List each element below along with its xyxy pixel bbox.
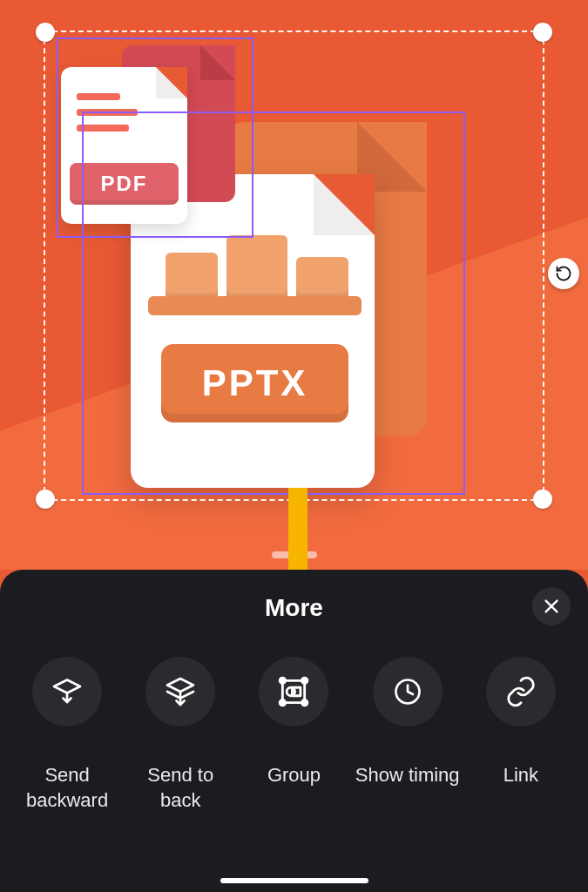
send-backward-icon (51, 676, 83, 707)
svg-marker-2 (54, 680, 80, 693)
svg-point-6 (302, 678, 308, 683)
selection-handle-bl[interactable] (36, 490, 55, 509)
svg-rect-10 (293, 687, 301, 696)
action-send-backward[interactable]: Send backward (15, 657, 119, 813)
selection-handle-tl[interactable] (36, 23, 55, 42)
action-label: Show timing (355, 763, 460, 788)
action-label: Link (504, 763, 538, 788)
more-actions-sheet: More Send backward (0, 570, 588, 892)
svg-point-5 (280, 678, 286, 683)
clock-icon (392, 676, 423, 707)
element-outline-pptx[interactable] (82, 112, 465, 495)
home-indicator[interactable] (220, 878, 368, 883)
link-icon (504, 675, 537, 708)
close-icon (542, 597, 561, 616)
selection-handle-br[interactable] (533, 490, 552, 509)
action-label: Send to back (147, 763, 213, 813)
action-label: Send backward (26, 763, 108, 813)
actions-row: Send backward Send to back (0, 657, 588, 813)
send-to-back-icon (165, 676, 196, 707)
group-icon (277, 675, 310, 708)
rotate-icon (555, 265, 572, 282)
svg-point-7 (280, 700, 286, 706)
sheet-title: More (0, 594, 588, 622)
action-show-timing[interactable]: Show timing (355, 657, 460, 813)
selection-handle-tr[interactable] (533, 23, 552, 42)
close-sheet-button[interactable] (532, 587, 571, 625)
svg-marker-3 (167, 679, 193, 692)
app-root: PPTX PDF (0, 0, 588, 892)
design-canvas[interactable]: PPTX PDF (0, 0, 588, 570)
action-label: Group (267, 763, 321, 788)
action-link[interactable]: Link (469, 657, 573, 813)
rotate-button[interactable] (548, 258, 579, 289)
action-send-to-back[interactable]: Send to back (128, 657, 233, 813)
action-group[interactable]: Group (241, 657, 346, 813)
svg-point-8 (302, 700, 308, 706)
